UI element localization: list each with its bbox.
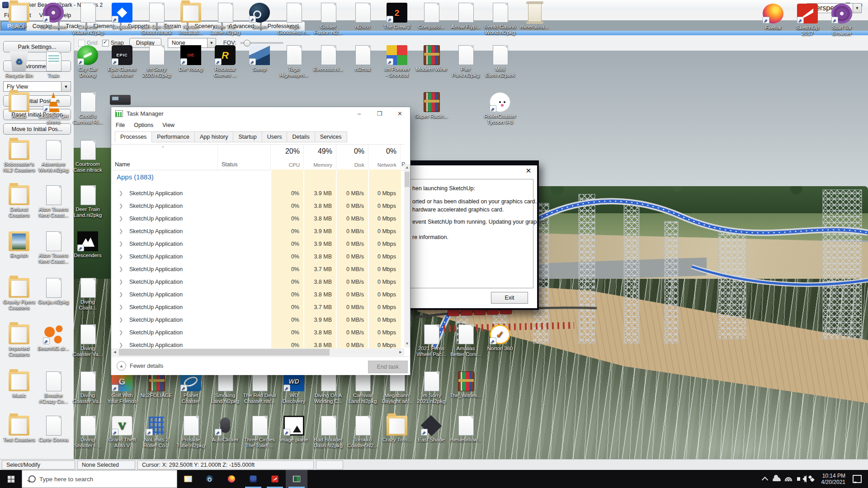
desktop-icon[interactable]: Gun Gun Gun Shoot.nltrack [137,3,176,36]
desktop-icon[interactable]: Dropbox [102,3,142,30]
expand-chevron-icon[interactable]: ❯ [119,291,123,297]
desktop-icon[interactable]: Torokko Coaster.nl2... [343,416,382,449]
process-row[interactable]: ❯SketchUp Application0%3.7 MB0 MB/s0 Mbp… [111,263,404,276]
desktop-icon[interactable]: Breathe #Crazy Co... [33,371,73,404]
park-settings-button[interactable]: Park Settings... [3,41,71,52]
desktop-icon[interactable]: Diving Coast... [68,278,108,311]
process-row[interactable]: ❯SketchUp Application0%3.8 MB0 MB/s0 Mbp… [111,327,404,339]
desktop-icon[interactable]: Three Circles The Toilet ... [240,416,279,449]
tm-menu-file[interactable]: File [111,121,129,129]
expand-chevron-icon[interactable]: ❯ [119,190,123,196]
desktop-icon[interactable]: Chinese Volare.nl2pkg [68,3,108,36]
taskbar-app-task-manager[interactable] [286,470,307,488]
desktop-icon[interactable]: SketchUp 2017 [788,4,827,37]
maximize-icon[interactable]: ❒ [369,107,390,120]
tm-menu-options[interactable]: Options [129,121,158,129]
scroll-right-icon[interactable]: ► [397,348,404,356]
desktop-icon[interactable]: Diving Coaster Va... [68,324,108,357]
desktop-icon[interactable]: Smoking Land.nl2pkg [205,371,245,404]
desktop-icon[interactable]: Diving On A Winding C... [308,371,348,404]
scrollbar-thumb[interactable] [405,172,410,187]
process-row[interactable]: ❯SketchUp Application0%3.8 MB0 MB/s0 Mbp… [111,289,404,301]
expand-chevron-icon[interactable]: ❯ [119,266,123,272]
scroll-up-icon[interactable]: ▲ [404,164,410,171]
desktop-icon[interactable]: 2021 Ferris Wheel Pac... [411,324,451,357]
column-header-disk[interactable]: 0% Disk [336,145,368,170]
end-task-button[interactable]: End task [368,361,408,373]
desktop-icon[interactable]: Epic Games Launcher [102,45,142,78]
column-header-status[interactable]: Status [217,145,270,170]
action-center-icon[interactable] [853,475,862,483]
desktop-icon[interactable]: nl2mat [343,45,382,72]
taskbar-app-steam[interactable] [199,470,221,488]
desktop-icon[interactable]: nl2sco [343,3,382,30]
desktop-icon[interactable]: RollerCoaster Tycoon 9-3 [480,92,520,125]
minimize-icon[interactable]: – [349,107,369,120]
expand-chevron-icon[interactable]: ❯ [119,304,123,310]
column-header-memory[interactable]: 49% Memory [303,145,336,170]
desktop-icon[interactable]: Start Tor Browser [822,4,862,37]
taskbar-app-file-explorer[interactable] [177,470,199,488]
desktop-icon[interactable]: Togo Goodness.n... [274,3,314,36]
fewer-details-button[interactable]: ▲ Fewer details [117,361,163,371]
scroll-left-icon[interactable]: ◄ [111,348,118,356]
desktop-icon[interactable]: Steam [240,3,279,30]
tm-tab-processes[interactable]: Processes [115,131,152,142]
desktop-icon[interactable]: Steep [240,45,279,72]
wifi-icon[interactable] [783,477,794,481]
tm-tab-users[interactable]: Users [262,131,288,142]
desktop-icon[interactable]: Norton Installati... [171,3,211,36]
vertical-scrollbar[interactable]: ▲ ▼ [404,164,410,347]
desktop-icon[interactable]: Megabahn Daylight an... [377,371,417,404]
expand-chevron-icon[interactable]: ❯ [119,279,123,285]
desktop-icon[interactable]: mesieurllow... [446,416,486,443]
desktop-icon[interactable]: Proslide Tube.nl2pkg [171,416,211,449]
desktop-icon[interactable]: Golf With Your Friends [102,371,142,404]
expand-chevron-icon[interactable]: ❯ [119,216,123,221]
desktop-icon[interactable]: mineralina... [514,3,554,30]
desktop-icon[interactable]: The Crew 2 [377,3,417,30]
desktop-icon[interactable]: AutoClicker [205,416,245,443]
desktop-icon[interactable]: BeamNG.dr... [33,324,73,352]
expand-chevron-icon[interactable]: ❯ [119,203,123,209]
tm-tab-services[interactable]: Services [315,131,347,142]
column-header-cpu[interactable]: 20% CPU [270,145,303,170]
desktop-icon[interactable]: Norton 360 [480,324,520,352]
desktop-icon[interactable]: Firefox [753,4,793,31]
desktop-icon[interactable]: Ride The Lathe.nl2pkg [205,3,245,36]
taskbar-app-sketchup[interactable] [264,470,286,488]
fov-slider[interactable] [240,42,283,44]
desktop-icon[interactable]: Golder Fusion.nl2... [308,3,348,36]
column-header-name[interactable]: ⌃ Name [111,145,217,170]
process-row[interactable]: ❯SketchUp Application0%3.8 MB0 MB/s0 Mbp… [111,200,404,213]
desktop-icon[interactable]: Im Sorry 2021.nl2pkg [411,371,451,404]
scroll-down-icon[interactable]: ▼ [404,340,410,347]
desktop-icon[interactable]: WD Discovery [274,371,314,404]
desktop-icon[interactable]: Bad Boulder Dash.nl2pkg [308,416,348,449]
taskbar-app-firefox[interactable] [221,470,242,488]
desktop-icon[interactable]: Ganja.nl2pkg [33,278,73,305]
column-header-network[interactable]: 0% Network [368,145,400,170]
desktop-icon[interactable]: Planet Coaster [171,371,211,404]
desktop-icon[interactable]: Diving Coaster Va... [68,371,108,404]
desktop-icon[interactable]: Colerain, OH sirens [33,92,73,125]
desktop-icon[interactable]: NoLimits 2 Roller Co... [137,416,176,449]
desktop-icon[interactable]: Togo Highwaym... [274,45,314,78]
process-row[interactable]: ❯SketchUp Application0%3.8 MB0 MB/s0 Mbp… [111,276,404,289]
desktop-icon[interactable]: Train [33,52,73,79]
desktop-icon[interactable]: Diving Shooter - ... [68,416,108,449]
process-row[interactable]: ❯SketchUp Application0%3.7 MB0 MB/s0 Mbp… [111,301,404,314]
desktop-icon[interactable]: Die Young [171,45,211,72]
desktop-icon[interactable]: Amalias Better Cors... [446,324,486,357]
desktop-icon[interactable]: Adventure World.nl2pkg [33,140,73,173]
desktop-icon[interactable]: Rockstar Games ... [205,45,245,78]
volume-icon[interactable] [794,477,806,481]
desktop-icon[interactable]: NL2FOLIAGE [137,371,176,399]
desktop-icon[interactable]: City Car Driving [68,45,108,78]
process-row[interactable]: ❯SketchUp Application0%3.9 MB0 MB/s0 Mbp… [111,314,404,327]
desktop-icon[interactable]: Evenoss.nl... [308,45,348,72]
expand-chevron-icon[interactable]: ❯ [119,253,123,259]
desktop-icon[interactable]: The Red Devil Coaster.nltr... [240,371,279,404]
tm-menu-view[interactable]: View [158,121,179,129]
process-row[interactable]: ❯SketchUp Application0%3.9 MB0 MB/s0 Mbp… [111,238,404,251]
